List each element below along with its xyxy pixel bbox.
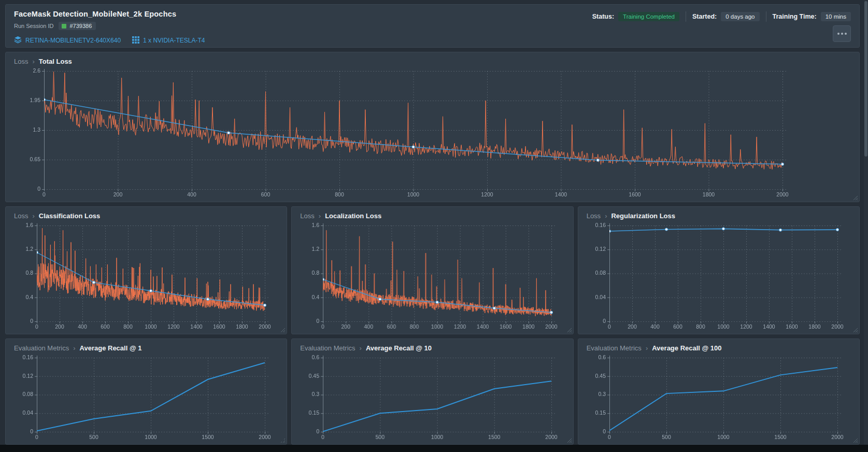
- chart-group-label: Loss: [14, 58, 28, 65]
- chart-group-label: Loss: [587, 212, 601, 220]
- breadcrumb-chevron-icon: ›: [605, 212, 607, 220]
- chart-breadcrumb: Loss › Localization Loss: [300, 212, 564, 220]
- run-session-badge: #739386: [59, 22, 96, 30]
- average-recall-10-panel: Evaluation Metrics › Average Recall @ 10: [291, 338, 573, 445]
- breadcrumb-chevron-icon: ›: [319, 212, 321, 220]
- resize-grip-icon[interactable]: [281, 328, 285, 332]
- resize-grip-icon[interactable]: [567, 328, 572, 332]
- training-time-badge: 10 mins: [821, 12, 851, 21]
- scrollbar-thumb[interactable]: [864, 1, 867, 157]
- ellipsis-icon: [837, 33, 839, 35]
- breadcrumb-chevron-icon: ›: [32, 212, 34, 220]
- chart-title: Average Recall @ 100: [652, 344, 721, 352]
- breadcrumb-chevron-icon: ›: [73, 344, 75, 352]
- resize-grip-icon[interactable]: [567, 439, 572, 443]
- loss-charts-row: Loss › Classification Loss Loss › Locali…: [5, 206, 860, 334]
- total-loss-chart[interactable]: [14, 67, 851, 200]
- chart-breadcrumb: Evaluation Metrics › Average Recall @ 10…: [587, 344, 851, 352]
- breadcrumb-chevron-icon: ›: [646, 344, 648, 352]
- dashboard: FaceMask Detection_MobileNet_2k Epochcs …: [0, 0, 868, 445]
- chart-title: Average Recall @ 10: [366, 344, 432, 352]
- training-time-label: Training Time:: [773, 13, 817, 20]
- chart-group-label: Loss: [300, 212, 314, 220]
- started-label: Started:: [692, 13, 717, 20]
- average-recall-1-panel: Evaluation Metrics › Average Recall @ 1: [5, 338, 287, 445]
- resize-grip-icon[interactable]: [853, 439, 858, 443]
- divider: [766, 11, 766, 22]
- chart-group-label: Evaluation Metrics: [14, 344, 69, 352]
- regularization-loss-panel: Loss › Regularization Loss: [578, 206, 860, 334]
- resize-grip-icon[interactable]: [281, 439, 285, 443]
- gpu-grid-icon: [132, 36, 139, 45]
- evaluation-charts-row: Evaluation Metrics › Average Recall @ 1 …: [5, 338, 860, 445]
- average-recall-100-panel: Evaluation Metrics › Average Recall @ 10…: [578, 338, 860, 445]
- chart-breadcrumb: Loss › Classification Loss: [14, 212, 278, 220]
- scrollbar[interactable]: [864, 0, 868, 445]
- run-header-panel: FaceMask Detection_MobileNet_2k Epochcs …: [5, 4, 860, 48]
- gpu-link-label: 1 x NVIDIA-TESLA-T4: [143, 37, 205, 44]
- breadcrumb-chevron-icon: ›: [32, 58, 34, 65]
- training-time-stat: Training Time: 10 mins: [773, 12, 851, 21]
- chart-group-label: Evaluation Metrics: [587, 344, 642, 352]
- run-session-label: Run Session ID: [14, 23, 53, 29]
- layers-icon: [14, 36, 22, 45]
- model-link[interactable]: RETINA-MOBILENETV2-640X640: [14, 36, 121, 45]
- gpu-link[interactable]: 1 x NVIDIA-TESLA-T4: [132, 36, 205, 45]
- chart-title: Regularization Loss: [611, 212, 675, 220]
- chart-group-label: Loss: [14, 212, 28, 220]
- run-session: Run Session ID #739386: [14, 22, 851, 30]
- chart-title: Total Loss: [39, 58, 72, 65]
- status-stat: Status: Training Completed: [592, 12, 679, 21]
- localization-loss-chart[interactable]: [300, 221, 564, 332]
- status-label: Status:: [592, 13, 614, 20]
- chart-breadcrumb: Loss › Regularization Loss: [587, 212, 851, 220]
- run-color-square-icon: [62, 24, 66, 29]
- classification-loss-panel: Loss › Classification Loss: [5, 206, 287, 334]
- divider: [686, 11, 686, 22]
- run-session-id: #739386: [69, 23, 92, 29]
- average-recall-100-chart[interactable]: [587, 354, 851, 442]
- total-loss-panel: Loss › Total Loss: [5, 52, 860, 202]
- started-badge: 0 days ago: [721, 12, 759, 21]
- average-recall-10-chart[interactable]: [300, 354, 564, 442]
- bottom-bar: [0, 445, 868, 452]
- chart-breadcrumb: Evaluation Metrics › Average Recall @ 10: [300, 344, 564, 352]
- classification-loss-chart[interactable]: [14, 221, 278, 332]
- run-stats: Status: Training Completed Started: 0 da…: [592, 11, 851, 22]
- started-stat: Started: 0 days ago: [692, 12, 760, 21]
- chart-breadcrumb: Evaluation Metrics › Average Recall @ 1: [14, 344, 278, 352]
- breadcrumb-chevron-icon: ›: [360, 344, 362, 352]
- chart-title: Average Recall @ 1: [80, 344, 142, 352]
- average-recall-1-chart[interactable]: [14, 354, 278, 442]
- localization-loss-panel: Loss › Localization Loss: [291, 206, 573, 334]
- chart-breadcrumb: Loss › Total Loss: [14, 58, 851, 65]
- more-options-button[interactable]: [833, 25, 851, 42]
- status-badge: Training Completed: [618, 12, 679, 21]
- resize-grip-icon[interactable]: [853, 328, 858, 332]
- run-links: RETINA-MOBILENETV2-640X640 1 x NVIDIA-TE…: [14, 36, 851, 45]
- chart-title: Localization Loss: [325, 212, 381, 220]
- model-link-label: RETINA-MOBILENETV2-640X640: [25, 37, 121, 44]
- resize-grip-icon[interactable]: [853, 196, 858, 200]
- chart-title: Classification Loss: [39, 212, 100, 220]
- regularization-loss-chart[interactable]: [587, 221, 851, 332]
- chart-group-label: Evaluation Metrics: [300, 344, 355, 352]
